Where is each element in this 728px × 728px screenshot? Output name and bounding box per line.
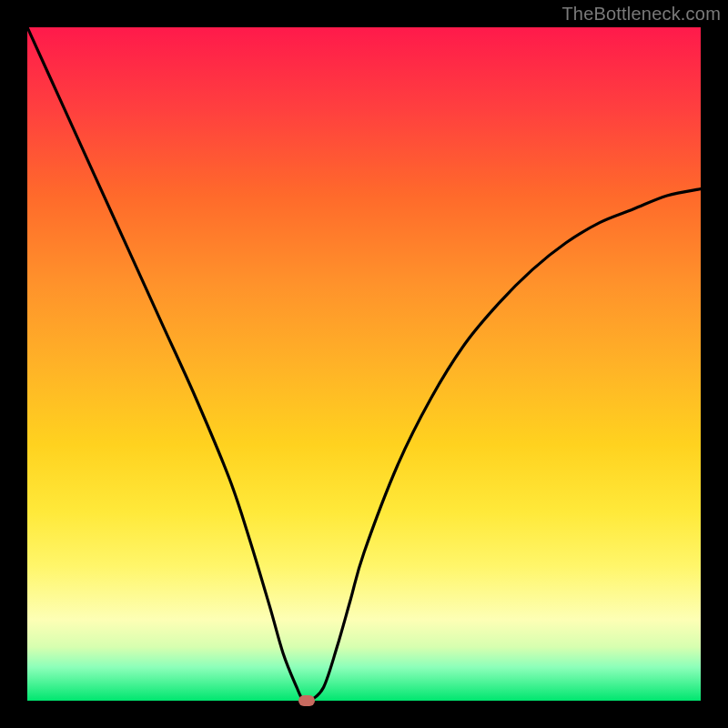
curve-path [27,27,701,701]
outer-frame: TheBottleneck.com [0,0,728,728]
watermark-text: TheBottleneck.com [561,4,721,25]
bottleneck-curve [27,27,701,701]
plot-area [27,27,701,701]
optimum-marker [298,695,315,706]
